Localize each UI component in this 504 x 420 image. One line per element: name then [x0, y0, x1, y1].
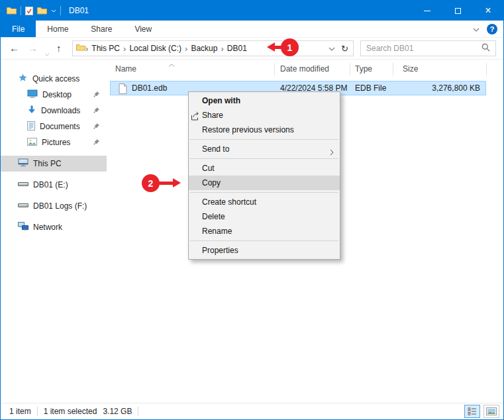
menu-item-label: Share [202, 111, 223, 120]
column-header-name[interactable]: Name [115, 64, 136, 74]
network-computers-icon [18, 222, 28, 233]
menu-item-label: Restore previous versions [202, 125, 294, 134]
thumbnail-view-button[interactable] [483, 405, 499, 418]
titlebar-separator [60, 6, 61, 15]
expand-ribbon-icon[interactable] [473, 25, 479, 34]
column-divider[interactable] [274, 63, 275, 76]
details-view-button[interactable] [464, 405, 480, 418]
tab-file[interactable]: File [1, 21, 36, 37]
thumbnail-view-icon [486, 407, 497, 415]
column-divider[interactable] [486, 63, 487, 76]
pin-icon [93, 123, 100, 132]
selection-count: 1 item selected [44, 407, 97, 416]
sidebar-item-this-pc[interactable]: This PC [1, 156, 107, 172]
selection-size: 3.12 GB [103, 407, 132, 416]
search-icon[interactable] [481, 43, 490, 54]
menu-item-copy[interactable]: Copy [189, 176, 340, 190]
address-bar[interactable]: › This PC › Local Disk (C:) › Backup › D… [72, 40, 354, 56]
status-separator [138, 407, 138, 416]
ribbon-tabbar: File Home Share View ? [1, 21, 503, 38]
annotation-step-1: 1 [281, 38, 299, 56]
help-icon[interactable]: ? [487, 24, 497, 34]
qat-dropdown-icon[interactable] [51, 9, 56, 13]
sidebar-item-quick-access[interactable]: Quick access [1, 71, 107, 87]
menu-item-create-shortcut[interactable]: Create shortcut [189, 195, 340, 209]
menu-item-label: Properties [202, 246, 238, 255]
menu-item-cut[interactable]: Cut [189, 161, 340, 176]
menu-item-label: Create shortcut [202, 197, 256, 207]
search-box [360, 40, 496, 56]
sidebar-item-label: This PC [33, 159, 62, 168]
sidebar-item-network[interactable]: Network [1, 219, 107, 235]
computer-monitor-icon [18, 158, 28, 169]
menu-item-rename[interactable]: Rename [189, 224, 340, 238]
sort-ascending-icon [168, 60, 175, 69]
menu-item-label: Rename [202, 227, 232, 236]
status-bar: 1 item 1 item selected 3.12 GB [1, 403, 503, 419]
forward-button[interactable]: → [28, 42, 38, 55]
address-dropdown-icon[interactable] [328, 44, 335, 53]
sidebar-item-label: Pictures [42, 138, 70, 147]
breadcrumb-db01[interactable]: DB01 [224, 44, 250, 53]
menu-item-label: Cut [202, 164, 215, 173]
back-button[interactable]: ← [9, 42, 19, 55]
file-size: 3,276,800 KB [432, 83, 480, 93]
sidebar-item-documents[interactable]: Documents [1, 119, 107, 134]
search-input[interactable] [366, 44, 481, 53]
qat-new-folder-icon[interactable] [37, 7, 47, 15]
minimize-icon [424, 11, 430, 11]
column-headers: Name Date modified Type Size [107, 62, 503, 78]
close-button[interactable]: × [473, 1, 503, 21]
sidebar-item-db01-e[interactable]: DB01 (E:) [1, 177, 107, 193]
navigation-toolbar: ← → ↑ › This PC › Local Disk (C:) › Back… [1, 38, 503, 60]
hard-drive-icon [18, 201, 28, 211]
sidebar-item-db01-logs-f[interactable]: DB01 Logs (F:) [1, 198, 107, 214]
column-header-size[interactable]: Size [403, 64, 418, 74]
ribbon-right-controls: ? [473, 21, 503, 37]
titlebar: DB01 × [1, 1, 503, 21]
annotation-arrow-1 [274, 46, 283, 49]
menu-separator [190, 158, 338, 159]
menu-item-share[interactable]: Share [189, 108, 340, 123]
breadcrumb-local-disk-c[interactable]: Local Disk (C:) [126, 44, 185, 53]
tab-share[interactable]: Share [79, 21, 123, 37]
tab-home[interactable]: Home [36, 21, 79, 37]
refresh-icon[interactable]: ↻ [341, 44, 348, 54]
downloads-arrow-icon [27, 105, 36, 116]
sidebar-item-label: Desktop [42, 90, 72, 99]
pin-icon [93, 91, 100, 100]
address-right-controls: ↻ [328, 44, 350, 54]
menu-item-delete[interactable]: Delete [189, 209, 340, 224]
column-header-date-modified[interactable]: Date modified [280, 64, 329, 74]
sidebar-item-label: Documents [40, 122, 80, 131]
tab-view[interactable]: View [123, 21, 163, 37]
menu-item-open-with[interactable]: Open with [189, 93, 340, 108]
recent-locations-icon[interactable] [44, 46, 50, 60]
column-header-type[interactable]: Type [355, 64, 372, 74]
sidebar-item-pictures[interactable]: Pictures [1, 134, 107, 150]
sidebar-item-downloads[interactable]: Downloads [1, 103, 107, 119]
minimize-button[interactable] [412, 1, 442, 21]
menu-item-restore-previous-versions[interactable]: Restore previous versions [189, 123, 340, 137]
items-count: 1 item [9, 407, 31, 416]
column-divider[interactable] [350, 63, 350, 76]
view-toggle-buttons [464, 405, 499, 418]
up-button[interactable]: ↑ [56, 42, 62, 55]
menu-item-properties[interactable]: Properties [189, 243, 340, 258]
maximize-button[interactable] [442, 1, 473, 21]
menu-item-send-to[interactable]: Send to [189, 142, 340, 156]
breadcrumb-backup[interactable]: Backup [187, 44, 221, 53]
qat-properties-icon[interactable] [25, 7, 33, 15]
sidebar-item-label: DB01 Logs (F:) [33, 201, 87, 211]
close-icon: × [485, 5, 491, 16]
menu-separator [190, 240, 338, 241]
menu-separator [190, 139, 338, 140]
breadcrumb-this-pc[interactable]: This PC [88, 44, 123, 53]
navigation-pane: Quick access Desktop Downloads [1, 60, 107, 402]
sidebar-item-desktop[interactable]: Desktop [1, 87, 107, 103]
titlebar-separator [21, 6, 21, 15]
annotation-arrowhead-1 [267, 42, 275, 52]
menu-item-label: Delete [202, 212, 225, 221]
maximize-icon [455, 8, 461, 14]
column-divider[interactable] [393, 63, 393, 76]
